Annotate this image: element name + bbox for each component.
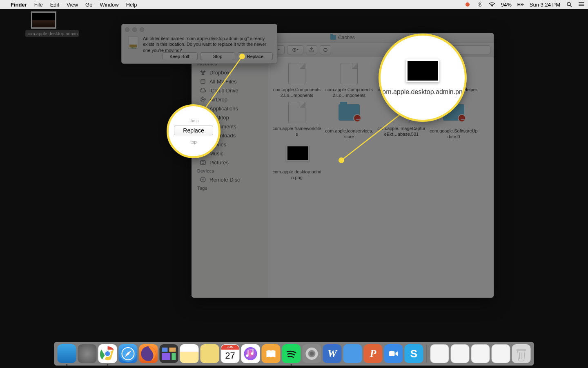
file-icon [339,104,360,126]
sidebar-icon [200,78,206,85]
dock-zoom[interactable] [384,344,403,363]
notifications-icon[interactable] [578,1,585,8]
dock-keynote[interactable] [343,344,362,363]
window-title: Caches [338,35,355,40]
file-item[interactable]: com.apple.Components2.Lo…mponents [271,63,323,99]
dock-safari[interactable] [119,344,138,363]
callout-replace: .the n Replace top [167,104,220,158]
svg-rect-42 [162,353,170,360]
dock-finder[interactable] [58,344,76,363]
dialog-message: An older item named "com.apple.desktop.a… [143,36,272,53]
dock-firefox[interactable] [139,344,158,363]
file-icon [286,102,307,123]
callout-thumbnail-icon [406,59,439,82]
status-icon[interactable] [464,1,471,8]
dock-trash[interactable] [512,344,531,363]
dock-launchpad[interactable] [78,344,97,363]
menu-edit[interactable]: Edit [50,2,59,8]
svg-point-27 [466,2,470,7]
menu-help[interactable]: Help [126,2,137,8]
dock-calendar[interactable]: JUN27 [221,344,240,363]
svg-rect-30 [523,4,523,5]
file-item[interactable]: com.apple.iconservices.store [323,102,375,140]
stop-button[interactable]: Stop [200,52,235,60]
callout-file: com.apple.desktop.admin.png [379,34,467,122]
wifi-icon[interactable] [489,1,495,8]
dock-minimized-4[interactable] [492,344,510,363]
share-button[interactable] [306,45,317,54]
svg-point-21 [203,179,204,180]
svg-point-12 [202,99,204,100]
dock-powerpoint[interactable]: P [364,344,383,363]
dock-minimized-2[interactable] [451,344,470,363]
traffic-lights [125,27,144,32]
file-item[interactable]: com.apple.Components2.Lo…mponents [323,63,375,99]
desktop-file-label: com.apple.desktop.admin [25,30,79,37]
sidebar-item-remote-disc[interactable]: Remote Disc [192,175,268,184]
svg-rect-43 [172,353,176,360]
sidebar-item-label: iCloud Drive [209,88,238,94]
sidebar-icon [200,176,206,183]
dock-separator [427,345,427,363]
menubar: Finder File Edit View Go Window Help 94%… [0,0,588,9]
file-item[interactable]: com.apple.frameworkfiles [271,102,323,140]
svg-point-35 [105,351,111,357]
sidebar-icon [200,69,206,76]
sidebar-item-label: Applications [209,105,238,112]
menu-file[interactable]: File [34,2,43,8]
menu-window[interactable]: Window [100,2,118,8]
action-button[interactable] [287,45,303,54]
battery-percent[interactable]: 94% [501,2,512,8]
dock-chrome[interactable] [98,344,117,363]
replace-dialog: PNG An older item named "com.apple.deskt… [121,24,277,64]
sidebar-item-all-my-files[interactable]: All My Files [192,77,268,86]
file-icon [339,63,360,84]
desktop-file-icon[interactable]: com.apple.desktop.admin [25,11,62,37]
app-name[interactable]: Finder [11,2,27,8]
menu-go[interactable]: Go [85,2,92,8]
dock-mission-control[interactable] [160,344,178,363]
dock-word[interactable]: W [323,344,342,363]
file-item[interactable]: com.apple.desktop.admin.png [271,143,323,181]
battery-icon[interactable] [517,1,524,8]
dock-itunes[interactable] [241,344,260,363]
finder-sidebar: Favorites DropboxAll My FilesiCloud Driv… [192,57,268,298]
svg-point-19 [202,162,204,164]
keep-both-button[interactable]: Keep Both [163,52,198,60]
sidebar-item-airdrop[interactable]: AirDrop [192,95,268,104]
svg-point-45 [244,347,257,360]
svg-rect-51 [389,351,395,356]
sidebar-item-dropbox[interactable]: Dropbox [192,68,268,77]
dock-spotify[interactable] [282,344,301,363]
dock-stickies[interactable] [200,344,219,363]
folder-icon [330,35,336,40]
dock: JUN27 W P S [54,342,534,366]
menu-view[interactable]: View [67,2,78,8]
tags-button[interactable] [320,45,331,54]
svg-rect-11 [201,80,205,83]
sidebar-item-pictures[interactable]: Pictures [192,158,268,167]
sidebar-item-icloud-drive[interactable]: iCloud Drive [192,86,268,95]
file-icon: PNG [127,36,139,49]
callout-dot [339,157,344,163]
sidebar-icon [200,87,206,94]
dock-ibooks[interactable] [262,344,281,363]
dock-system-preferences[interactable] [303,344,321,363]
sidebar-item-label: Pictures [209,159,229,166]
spotlight-icon[interactable] [566,1,572,8]
sidebar-section-tags: Tags [192,184,268,192]
svg-rect-18 [200,161,205,164]
svg-point-32 [567,2,570,6]
bluetooth-icon[interactable] [477,1,483,8]
dock-notes[interactable] [180,344,199,363]
dock-skype[interactable]: S [405,344,423,363]
dock-minimized-1[interactable] [430,344,449,363]
dock-minimized-3[interactable] [471,344,490,363]
file-name: com.google.SoftwareUpdate.0 [428,128,480,140]
svg-rect-40 [162,348,168,352]
sidebar-icon [200,96,206,103]
file-icon [286,145,307,166]
image-thumbnail-icon [31,11,56,29]
svg-point-49 [310,352,314,356]
clock[interactable]: Sun 3:24 PM [530,2,560,8]
